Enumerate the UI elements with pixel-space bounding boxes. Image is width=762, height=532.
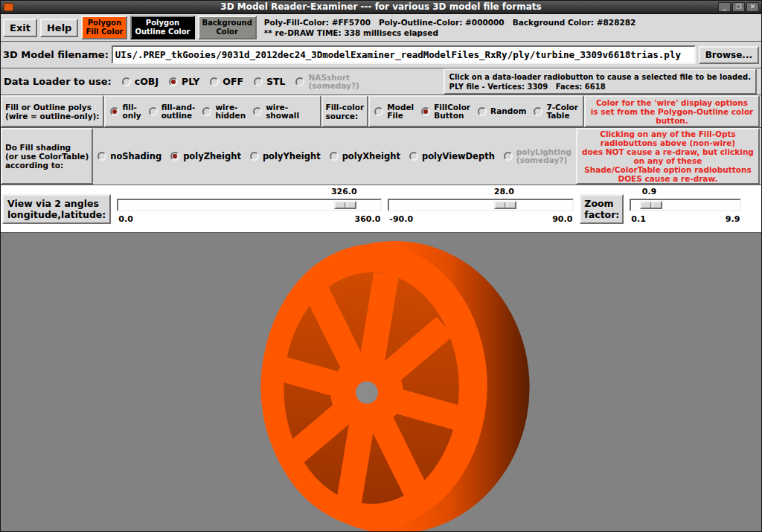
slider-trough[interactable] xyxy=(117,199,382,211)
label-line1: Fill-color xyxy=(326,103,365,112)
loader-info-line2: PLY file - Vertices: 3309 Faces: 6618 xyxy=(449,82,751,92)
label-line3: according to: xyxy=(5,161,89,170)
loader-option-nasshort: NASshort (someday?) xyxy=(295,74,359,90)
data-loader-label: Data Loader to use: xyxy=(4,76,112,87)
radio-icon xyxy=(534,107,542,116)
fill-option-fill-and-outline[interactable]: fill-and- outline xyxy=(149,103,196,120)
radio-label-line2: outline xyxy=(161,112,196,120)
radio-label: polyViewDepth xyxy=(422,151,495,161)
app-window: 3D Model Reader-Examiner --- for various… xyxy=(0,0,762,532)
longitude-value: 326.0 xyxy=(331,187,357,196)
label-line1: Do Fill shading xyxy=(5,143,89,152)
shading-option-polyzheight[interactable]: polyZheight xyxy=(170,151,241,161)
radio-label: polyZheight xyxy=(183,151,241,161)
source-option-model-file[interactable]: Model File xyxy=(374,103,414,120)
polygon-outline-color-button[interactable]: Polygon Outline Color xyxy=(130,16,194,39)
turbine-model-render xyxy=(1,233,761,532)
radio-icon xyxy=(122,77,131,86)
radio-label-line2: File xyxy=(387,112,414,120)
model-canvas[interactable] xyxy=(1,233,761,532)
shading-label: Do Fill shading (or use ColorTable) acco… xyxy=(1,128,93,185)
radio-icon xyxy=(149,107,158,116)
radio-label: cOBJ xyxy=(135,76,159,87)
filename-row: 3D Model filename: Browse... xyxy=(1,42,761,68)
latitude-slider[interactable]: 28.0 -90.0 90.0 xyxy=(388,185,574,232)
source-option-random[interactable]: Random xyxy=(478,107,526,116)
radio-icon xyxy=(330,152,339,161)
button-label-line1: Background xyxy=(202,19,252,27)
loader-option-stl[interactable]: STL xyxy=(254,76,286,87)
fill-option-wire-hidden[interactable]: wire- hidden xyxy=(202,103,246,120)
radio-disabled-icon xyxy=(504,152,513,161)
radio-label: OFF xyxy=(222,76,243,87)
browse-button[interactable]: Browse... xyxy=(699,46,759,64)
model-filename-input[interactable] xyxy=(112,45,696,64)
source-option-7color-table[interactable]: 7-Color Table xyxy=(534,103,578,120)
shading-option-polyyheight[interactable]: polyYheight xyxy=(250,151,321,161)
shading-option-noshading[interactable]: noShading xyxy=(97,151,161,161)
background-color-button[interactable]: Background Color xyxy=(198,16,257,39)
slider-handle[interactable] xyxy=(334,201,356,209)
radio-selected-icon xyxy=(110,107,119,116)
shading-note: Clicking on any of the Fill-Opts radiobu… xyxy=(576,128,760,185)
radio-label-line1: wire- xyxy=(266,103,299,112)
shading-option-polyviewdepth[interactable]: polyViewDepth xyxy=(409,151,495,161)
latitude-max: 90.0 xyxy=(552,214,572,224)
titlebar[interactable]: 3D Model Reader-Examiner --- for various… xyxy=(1,1,761,14)
minimize-button[interactable]: _ xyxy=(718,2,731,12)
radio-icon xyxy=(202,107,211,116)
note-line1: Color for the 'wire' display options xyxy=(586,98,758,107)
radio-label-line1: wire- xyxy=(215,103,246,112)
toolbar: Exit Help Polygon Fill Color Polygon Out… xyxy=(1,14,761,42)
note-line3: Shade/ColorTable option radiobuttons DOE… xyxy=(577,165,758,183)
radio-label-line2: Button xyxy=(434,112,470,120)
longitude-slider[interactable]: 326.0 0.0 360.0 xyxy=(117,185,382,232)
label-line2: factor: xyxy=(584,209,619,220)
radio-label: PLY xyxy=(182,76,199,87)
slider-handle[interactable] xyxy=(640,201,662,209)
help-button[interactable]: Help xyxy=(40,19,78,37)
shading-option-polyxheight[interactable]: polyXheight xyxy=(330,151,400,161)
zoom-min: 0.1 xyxy=(631,214,646,224)
fill-option-wire-showall[interactable]: wire- showall xyxy=(253,103,299,120)
color-info: Poly-Fill-Color: #FF5700 Poly-Outline-Co… xyxy=(264,17,636,38)
wire-color-note: Color for the 'wire' display options is … xyxy=(584,95,760,127)
radio-label-line1: NASshort xyxy=(308,74,359,82)
zoom-factor-label: Zoom factor: xyxy=(580,194,624,224)
loader-option-off[interactable]: OFF xyxy=(210,76,243,87)
data-loader-row: Data Loader to use: cOBJ PLY OFF STL NAS… xyxy=(1,68,761,95)
radio-label: polyXheight xyxy=(342,151,400,161)
button-label-line2: Fill Color xyxy=(86,28,123,36)
fill-color-source-label: Fill-color source: xyxy=(321,95,369,127)
window-controls: _ ❐ ✕ xyxy=(718,2,759,12)
loader-option-cobj[interactable]: cOBJ xyxy=(122,76,159,87)
shading-option-polylighting: polyLighting (someday?) xyxy=(504,148,572,164)
radio-selected-icon xyxy=(169,77,178,86)
radio-label: STL xyxy=(266,76,286,87)
latitude-min: -90.0 xyxy=(389,214,413,224)
window-menu-icon[interactable] xyxy=(4,3,13,11)
radio-label-line1: FillColor xyxy=(434,103,470,112)
radio-selected-icon xyxy=(421,107,430,116)
radio-label-line2: (someday?) xyxy=(308,82,359,90)
close-button[interactable]: ✕ xyxy=(746,2,759,12)
source-option-fillcolor-button[interactable]: FillColor Button xyxy=(421,103,470,120)
loader-option-ply[interactable]: PLY xyxy=(169,76,199,87)
slider-trough[interactable] xyxy=(388,199,574,211)
exit-button[interactable]: Exit xyxy=(3,19,37,37)
polygon-fill-color-button[interactable]: Polygon Fill Color xyxy=(81,16,127,39)
fill-outline-label: Fill or Outline polys (wire = outline-on… xyxy=(1,95,104,127)
radio-disabled-icon xyxy=(295,77,304,86)
slider-handle[interactable] xyxy=(494,201,516,209)
button-label-line1: Polygon xyxy=(146,19,179,27)
zoom-slider[interactable]: 0.9 0.1 9.9 xyxy=(630,185,741,232)
window-title: 3D Model Reader-Examiner --- for various… xyxy=(1,1,761,13)
fill-option-fill-only[interactable]: fill- only xyxy=(110,103,141,120)
slider-trough[interactable] xyxy=(630,199,741,211)
filename-label: 3D Model filename: xyxy=(3,49,109,60)
maximize-button[interactable]: ❐ xyxy=(732,2,745,12)
radio-icon xyxy=(409,152,418,161)
label-line2: source: xyxy=(326,112,365,121)
radio-label-line2: hidden xyxy=(215,112,246,120)
radio-label-line1: Random xyxy=(490,107,526,115)
